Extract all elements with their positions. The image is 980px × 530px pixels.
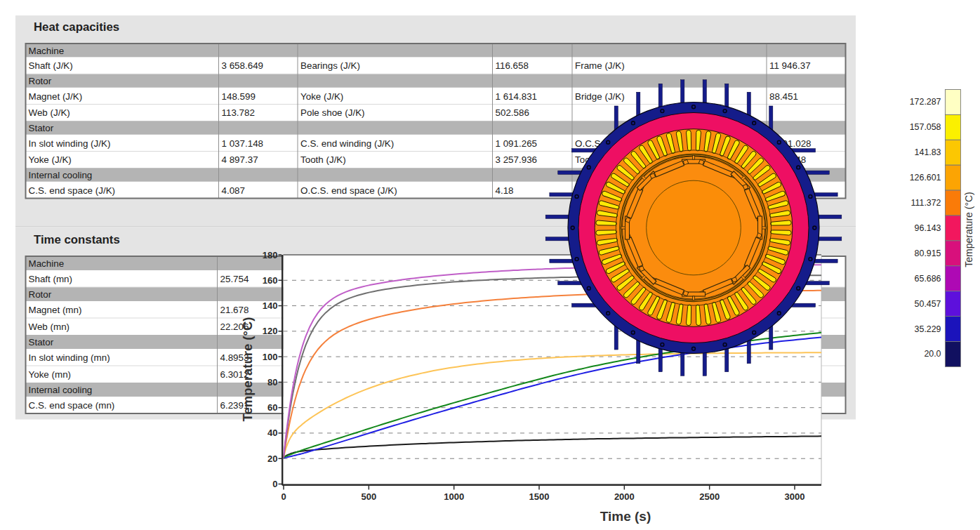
- svg-text:141.83: 141.83: [915, 147, 941, 157]
- svg-text:80: 80: [267, 377, 277, 387]
- svg-text:113.782: 113.782: [222, 107, 255, 118]
- svg-text:157.058: 157.058: [910, 122, 941, 132]
- svg-text:Machine: Machine: [29, 258, 65, 269]
- svg-text:1000: 1000: [444, 491, 464, 502]
- svg-text:3000: 3000: [785, 491, 805, 502]
- svg-text:21.678: 21.678: [220, 305, 249, 315]
- svg-text:111.372: 111.372: [911, 198, 941, 208]
- svg-text:Stator: Stator: [29, 337, 54, 347]
- svg-text:Shaft (mn): Shaft (mn): [29, 274, 73, 284]
- svg-text:1 091.265: 1 091.265: [496, 138, 538, 149]
- svg-text:96.143: 96.143: [915, 223, 941, 233]
- svg-text:1 614.831: 1 614.831: [496, 91, 538, 102]
- svg-text:Bridge (J/K): Bridge (J/K): [575, 91, 625, 102]
- svg-text:In slot winding (mn): In slot winding (mn): [29, 352, 110, 363]
- svg-text:C.S. end winding (J/K): C.S. end winding (J/K): [300, 138, 394, 149]
- svg-text:25.754: 25.754: [220, 274, 250, 284]
- svg-text:3 257.936: 3 257.936: [496, 154, 538, 165]
- svg-text:148.599: 148.599: [222, 91, 256, 102]
- svg-text:1500: 1500: [529, 491, 550, 502]
- svg-text:Rotor: Rotor: [29, 76, 52, 86]
- svg-text:20: 20: [267, 453, 277, 464]
- svg-text:Stator: Stator: [29, 123, 54, 133]
- svg-text:Web (J/K): Web (J/K): [29, 107, 70, 118]
- svg-text:140: 140: [263, 300, 278, 311]
- svg-text:Shaft (J/K): Shaft (J/K): [29, 60, 73, 71]
- svg-text:Yoke (mn): Yoke (mn): [29, 369, 72, 380]
- svg-text:2500: 2500: [699, 491, 720, 502]
- svg-text:Pole shoe (J/K): Pole shoe (J/K): [300, 107, 365, 118]
- svg-text:120: 120: [263, 326, 278, 336]
- svg-text:11 946.37: 11 946.37: [769, 60, 811, 71]
- svg-text:C.S. end space (mn): C.S. end space (mn): [29, 400, 115, 411]
- svg-text:Temperature (°C): Temperature (°C): [240, 317, 255, 422]
- svg-text:Magnet (J/K): Magnet (J/K): [29, 91, 83, 102]
- svg-text:0: 0: [281, 491, 286, 502]
- svg-text:Web (mn): Web (mn): [29, 322, 70, 332]
- svg-text:Internal cooling: Internal cooling: [29, 170, 93, 180]
- svg-text:Machine: Machine: [29, 46, 65, 56]
- svg-text:88.451: 88.451: [769, 91, 798, 102]
- svg-text:65.686: 65.686: [915, 274, 941, 284]
- svg-text:35.229: 35.229: [915, 324, 941, 334]
- svg-text:502.586: 502.586: [496, 107, 529, 118]
- svg-text:Heat capacities: Heat capacities: [34, 20, 119, 34]
- svg-text:C.S. end space (J/K): C.S. end space (J/K): [29, 185, 116, 196]
- svg-text:Internal cooling: Internal cooling: [29, 385, 93, 395]
- svg-text:80.915: 80.915: [915, 249, 941, 258]
- svg-text:Time constants: Time constants: [34, 233, 120, 246]
- svg-text:500: 500: [361, 491, 376, 502]
- svg-text:172.287: 172.287: [910, 97, 941, 107]
- svg-text:2000: 2000: [614, 491, 635, 502]
- svg-text:Magnet (mn): Magnet (mn): [29, 305, 82, 315]
- svg-text:1 037.148: 1 037.148: [222, 138, 264, 149]
- svg-text:3 658.649: 3 658.649: [222, 60, 264, 71]
- svg-text:4.18: 4.18: [496, 185, 514, 196]
- svg-text:Bearings (J/K): Bearings (J/K): [300, 60, 360, 71]
- svg-text:4 897.37: 4 897.37: [222, 154, 258, 165]
- svg-text:Time (s): Time (s): [600, 509, 651, 524]
- svg-text:100: 100: [263, 352, 278, 362]
- svg-text:O.C.S. end space (J/K): O.C.S. end space (J/K): [300, 185, 397, 196]
- svg-text:Temperature (°C): Temperature (°C): [963, 192, 974, 267]
- svg-text:180: 180: [263, 250, 278, 260]
- svg-text:Rotor: Rotor: [29, 289, 52, 300]
- svg-text:116.658: 116.658: [496, 60, 529, 71]
- svg-text:50.457: 50.457: [915, 299, 941, 309]
- svg-text:Tooth (J/K): Tooth (J/K): [300, 154, 346, 165]
- svg-text:40: 40: [267, 428, 277, 438]
- svg-text:Yoke (J/K): Yoke (J/K): [300, 91, 343, 102]
- svg-text:60: 60: [267, 402, 277, 413]
- svg-text:20.0: 20.0: [924, 349, 941, 359]
- svg-text:126.601: 126.601: [910, 173, 941, 183]
- svg-text:Yoke (J/K): Yoke (J/K): [29, 154, 72, 165]
- svg-text:In slot winding (J/K): In slot winding (J/K): [29, 138, 111, 149]
- svg-text:160: 160: [263, 275, 278, 286]
- svg-text:0: 0: [272, 479, 277, 489]
- svg-text:Frame (J/K): Frame (J/K): [575, 60, 625, 71]
- svg-text:4.087: 4.087: [222, 185, 246, 196]
